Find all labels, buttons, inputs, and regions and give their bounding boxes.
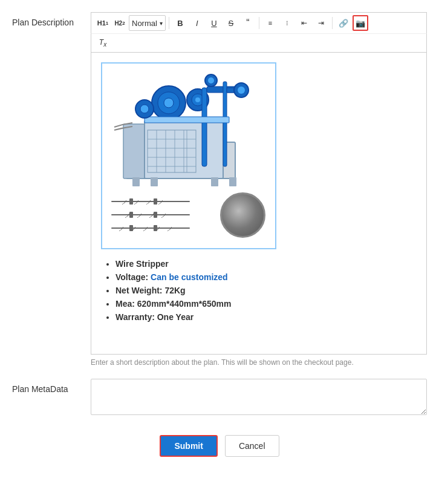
- wire-line-3: ⟋ ⟋ ⟋ ⟋ ⟋: [111, 227, 190, 229]
- strikethrough-button[interactable]: S: [223, 15, 239, 31]
- unordered-list-button[interactable]: ⁝: [279, 15, 295, 31]
- svg-rect-32: [211, 177, 218, 186]
- plan-metadata-input[interactable]: [91, 379, 427, 415]
- form-buttons: Submit Cancel: [12, 435, 427, 457]
- svg-rect-23: [223, 82, 227, 166]
- image-container: ⟋ ⟋ ⟋ ⟋ ⟋ ⟋ ⟋ ⟋: [101, 62, 276, 249]
- plan-description-helper: Enter a short description about the plan…: [91, 358, 427, 367]
- svg-point-18: [195, 97, 200, 102]
- editor-image-block: ⟋ ⟋ ⟋ ⟋ ⟋ ⟋ ⟋ ⟋: [101, 62, 417, 259]
- machine-image: [108, 70, 268, 188]
- plan-description-field: H1 1 H2 2 Normal ▾ B I U S: [91, 12, 427, 367]
- editor-toolbar-row1: H1 1 H2 2 Normal ▾ B I U S: [91, 12, 427, 33]
- align-left-button[interactable]: ⇤: [296, 15, 312, 31]
- list-item: Warranty: One Year: [115, 312, 417, 322]
- wire-lines: ⟋ ⟋ ⟋ ⟋ ⟋ ⟋ ⟋ ⟋: [111, 197, 214, 232]
- italic-button[interactable]: I: [189, 15, 205, 31]
- plan-metadata-row: Plan MetaData: [12, 379, 427, 417]
- wire-roll: [220, 192, 265, 238]
- machine-svg: [108, 70, 268, 188]
- bullet-list: Wire Stripper Voltage: Can be customized…: [101, 259, 417, 322]
- list-item: Mea: 620mm*440mm*650mm: [115, 299, 417, 309]
- svg-point-29: [140, 105, 149, 113]
- plan-metadata-label: Plan MetaData: [12, 379, 91, 396]
- toolbar-divider-3: [332, 17, 333, 29]
- ordered-list-button[interactable]: ≡: [262, 15, 278, 31]
- plan-description-row: Plan Description H1 1 H2 2 Normal ▾ B I: [12, 12, 427, 367]
- format-select[interactable]: Normal ▾: [129, 15, 166, 31]
- clear-format-button[interactable]: Tx: [95, 35, 111, 51]
- toolbar-divider-1: [169, 17, 169, 29]
- list-item: Voltage: Can be customized: [115, 272, 417, 282]
- wire-line-1: ⟋ ⟋ ⟋ ⟋: [111, 201, 190, 202]
- svg-point-22: [208, 77, 214, 83]
- wire-samples: ⟋ ⟋ ⟋ ⟋ ⟋ ⟋ ⟋ ⟋: [108, 188, 268, 242]
- editor-toolbar-row2: Tx: [91, 33, 427, 52]
- plan-metadata-field: [91, 379, 427, 417]
- svg-rect-1: [123, 124, 145, 178]
- plan-description-label: Plan Description: [12, 12, 91, 29]
- bold-button[interactable]: B: [172, 15, 188, 31]
- format-select-value: Normal: [132, 19, 157, 28]
- quote-button[interactable]: “: [240, 15, 256, 31]
- chevron-down-icon: ▾: [160, 20, 163, 27]
- cancel-button[interactable]: Cancel: [225, 435, 279, 457]
- svg-rect-33: [229, 177, 236, 186]
- image-button[interactable]: 📷: [353, 15, 368, 31]
- svg-rect-27: [145, 117, 229, 123]
- svg-rect-30: [132, 177, 140, 186]
- submit-button[interactable]: Submit: [160, 435, 217, 457]
- svg-point-26: [238, 87, 245, 94]
- toolbar-divider-2: [259, 17, 259, 29]
- underline-button[interactable]: U: [206, 15, 222, 31]
- link-button[interactable]: 🔗: [336, 15, 351, 31]
- h2-button[interactable]: H2 2: [112, 15, 128, 31]
- svg-point-15: [164, 98, 174, 108]
- list-item: Wire Stripper: [115, 259, 417, 269]
- svg-rect-19: [202, 88, 207, 166]
- editor-content[interactable]: ⟋ ⟋ ⟋ ⟋ ⟋ ⟋ ⟋ ⟋: [91, 52, 427, 355]
- svg-rect-31: [151, 177, 158, 186]
- align-right-button[interactable]: ⇥: [313, 15, 329, 31]
- wire-line-2: ⟋ ⟋ ⟋ ⟋: [111, 214, 190, 215]
- list-item: Net Weight: 72Kg: [115, 286, 417, 295]
- h1-button[interactable]: H1 1: [95, 15, 111, 31]
